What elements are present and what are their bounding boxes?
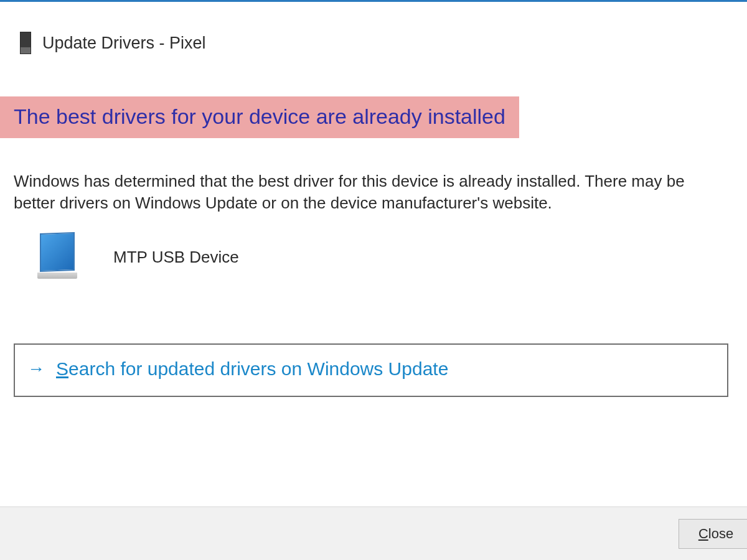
device-monitor-icon <box>37 233 78 282</box>
main-heading: The best drivers for your device are alr… <box>0 96 519 138</box>
dialog-title: Update Drivers - Pixel <box>42 34 206 53</box>
search-windows-update-link[interactable]: → Search for updated drivers on Windows … <box>14 343 728 397</box>
dialog-header: Update Drivers - Pixel <box>0 2 747 54</box>
device-small-icon <box>20 32 31 54</box>
close-button[interactable]: Close <box>679 519 747 549</box>
arrow-right-icon: → <box>27 360 45 378</box>
update-drivers-dialog: Update Drivers - Pixel The best drivers … <box>0 0 747 560</box>
main-heading-container: The best drivers for your device are alr… <box>0 96 747 138</box>
device-info-row: MTP USB Device <box>0 233 747 282</box>
device-name-label: MTP USB Device <box>113 248 239 267</box>
body-description: Windows has determined that the best dri… <box>0 170 747 214</box>
link-label: Search for updated drivers on Windows Up… <box>56 358 448 380</box>
dialog-footer: Close <box>0 506 747 560</box>
